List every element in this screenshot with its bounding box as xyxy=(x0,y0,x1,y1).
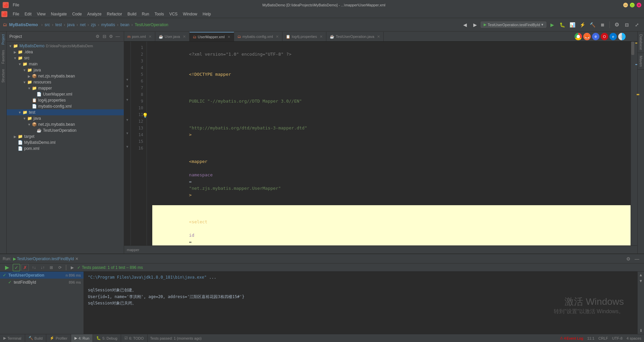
fold-line14[interactable]: ▼ xyxy=(124,131,130,138)
layout-button[interactable]: ⊟ xyxy=(623,20,631,29)
todo-strip-item[interactable]: ☑ 6: TODO xyxy=(121,334,148,342)
tree-test-java[interactable]: ▼ 📁 java xyxy=(7,115,124,121)
console-java-link[interactable]: "C:\Program Files\Java\jdk1.8.0_181\bin\… xyxy=(88,275,207,280)
tab-user-close[interactable]: ✕ xyxy=(183,35,186,39)
prev-result-button[interactable]: ▶ xyxy=(68,264,76,271)
editor-scrollbar[interactable] xyxy=(631,42,635,245)
menu-build[interactable]: Build xyxy=(125,11,139,17)
maximize-button[interactable]: □ xyxy=(630,3,635,7)
tree-iml[interactable]: ▶ 📄 MyBatisDemo.iml xyxy=(7,139,124,146)
build-button[interactable]: 🔨 xyxy=(588,20,597,29)
tree-usermapper-xml[interactable]: ▶ 📄 UserMapper.xml xyxy=(7,91,124,97)
stop-button[interactable]: ⏹ xyxy=(598,20,607,29)
export-button[interactable]: ⟳ xyxy=(56,264,64,271)
structure-strip-label[interactable]: Structure xyxy=(1,68,6,84)
tree-bean-package[interactable]: ▶ 📦 net.zjs.mybatis.bean xyxy=(7,73,124,79)
breadcrumb-net[interactable]: net xyxy=(80,22,86,27)
chrome-browser-icon[interactable] xyxy=(575,33,582,40)
breadcrumb-mybatis[interactable]: mybatis xyxy=(101,22,115,27)
group-button[interactable]: ⊞ xyxy=(48,264,55,271)
safari-browser-icon[interactable]: ⊙ xyxy=(618,33,626,40)
menu-file[interactable]: File xyxy=(11,3,20,7)
debug-strip-item[interactable]: 🐛 5: Debug xyxy=(93,334,121,342)
menu-window[interactable]: Window xyxy=(180,11,200,17)
project-panel-settings-button[interactable]: ⚙ xyxy=(94,33,101,40)
breadcrumb-test[interactable]: test xyxy=(55,22,62,27)
run-panel-minimize-button[interactable]: — xyxy=(633,256,641,262)
tree-log4j[interactable]: ▶ 📋 log4j.properties xyxy=(7,97,124,103)
line-col-status[interactable]: 11:1 xyxy=(587,336,594,340)
tab-mybatis-config[interactable]: 🗂 mybatis-config.xml ✕ xyxy=(234,32,282,41)
tree-resources[interactable]: ▼ 📁 resources xyxy=(7,79,124,85)
breadcrumb-java[interactable]: java xyxy=(67,22,74,27)
menu-refactor[interactable]: Refactor xyxy=(104,11,125,17)
database-panel-label[interactable]: Database xyxy=(638,32,644,53)
menu-navigate[interactable]: Navigate xyxy=(48,11,69,17)
tab-pom-close[interactable]: ✕ xyxy=(149,35,152,39)
opera-browser-icon[interactable]: O xyxy=(601,33,608,40)
fold-line7[interactable]: ▼ xyxy=(124,84,130,91)
tab-usermapper-xml[interactable]: 🗂 UserMapper.xml ✕ xyxy=(190,32,234,41)
tab-log4j[interactable]: 📋 log4j.properties ✕ xyxy=(282,32,326,41)
ie-browser-icon[interactable]: e xyxy=(592,33,599,40)
build-strip-item[interactable]: 🔨 Build xyxy=(25,334,46,342)
menu-analyze[interactable]: Analyze xyxy=(85,11,104,17)
line-sep-status[interactable]: CRLF xyxy=(598,336,608,340)
tree-main-java[interactable]: ▼ 📁 java xyxy=(7,67,124,73)
fold-line16[interactable]: ▼ xyxy=(124,145,130,152)
tab-testuseroperation[interactable]: ☕ TestUserOperation.java ✕ xyxy=(326,32,384,41)
debug-button[interactable]: 🐛 xyxy=(558,20,567,29)
sort-asc-button[interactable]: ↑↓ xyxy=(30,264,38,271)
tab-mybatis-close[interactable]: ✕ xyxy=(276,35,279,39)
error-count-badge[interactable]: ⚠ 4 Event Log xyxy=(560,336,583,340)
indent-status[interactable]: 4 spaces xyxy=(627,336,641,340)
menu-file[interactable]: File xyxy=(10,11,22,17)
fold-line6[interactable]: ▼ xyxy=(124,78,130,84)
fold-line12[interactable]: ▼ xyxy=(124,118,130,125)
menu-help[interactable]: Help xyxy=(200,11,214,17)
run-strip-item[interactable]: ▶ 4: Run xyxy=(71,334,93,342)
project-panel-layout-button[interactable]: ⊟ xyxy=(101,33,108,40)
code-content[interactable]: <?xml version="1.0" encoding="UTF-8" ?> … xyxy=(147,42,631,245)
breadcrumb-bean[interactable]: bean xyxy=(120,22,129,27)
breadcrumb-zjs[interactable]: zjs xyxy=(91,22,96,27)
breadcrumb-src[interactable]: src xyxy=(45,22,50,27)
tab-pom-xml[interactable]: m pom.xml ✕ xyxy=(124,32,155,41)
navigate-back-button[interactable]: ◀ xyxy=(461,20,469,29)
tree-src[interactable]: ▼ 📁 src xyxy=(7,55,124,61)
project-strip-label[interactable]: Project xyxy=(1,33,6,46)
edge-browser-icon[interactable]: e xyxy=(609,33,617,40)
sort-desc-button[interactable]: ↓↑ xyxy=(39,264,46,271)
test-item-finbyid[interactable]: ✓ testFindById 896 ms xyxy=(0,279,84,286)
tree-idea[interactable]: ▶ 📁 .idea xyxy=(7,49,124,55)
tree-mapper[interactable]: ▼ 📁 mapper xyxy=(7,85,124,91)
tree-test[interactable]: ▼ 📁 test xyxy=(7,109,124,115)
tree-mybatis-config[interactable]: ▶ 📄 mybatis-config.xml xyxy=(7,103,124,109)
project-panel-gear-button[interactable]: ⚙ xyxy=(108,33,114,40)
maven-panel-label[interactable]: Maven xyxy=(638,53,644,70)
run-button[interactable]: ▶ xyxy=(548,20,556,29)
scrollbar-thumb[interactable] xyxy=(631,42,634,55)
tab-log4j-close[interactable]: ✕ xyxy=(320,35,323,39)
console-scroll-down[interactable]: ▼ xyxy=(638,278,644,284)
run-config-selector[interactable]: ▶ TestUserOperation.testFindById ▾ xyxy=(481,21,546,28)
test-item-main[interactable]: ✓ TestUserOperation n 896 ms xyxy=(0,272,84,279)
terminal-strip-item[interactable]: ▶ Terminal xyxy=(0,334,25,342)
tree-testuseroperation[interactable]: ▶ ☕ TestUserOperation xyxy=(7,127,124,133)
menu-edit[interactable]: Edit xyxy=(22,11,34,17)
menu-tools[interactable]: Tools xyxy=(152,11,167,17)
profile-button[interactable]: ⚡ xyxy=(578,20,587,29)
menu-view[interactable]: View xyxy=(34,11,48,17)
tab-usermapper-close[interactable]: ✕ xyxy=(227,35,230,39)
firefox-browser-icon[interactable]: 🦊 xyxy=(583,33,591,40)
favorites-strip-label[interactable]: Favorites xyxy=(1,49,6,65)
breadcrumb-class[interactable]: TestUserOperation xyxy=(135,22,168,27)
fold-line9[interactable]: ▼ xyxy=(124,98,130,105)
run-again-button[interactable]: ▶ xyxy=(3,264,11,271)
project-panel-close-button[interactable]: — xyxy=(114,33,121,40)
console-scroll-end[interactable]: ⬇ xyxy=(638,328,644,333)
navigate-forward-button[interactable]: ▶ xyxy=(471,20,479,29)
encoding-status[interactable]: UTF-8 xyxy=(612,336,623,340)
run-tab-close[interactable]: ✕ xyxy=(75,256,78,261)
tab-user-java[interactable]: ☕ User.java ✕ xyxy=(155,32,190,41)
